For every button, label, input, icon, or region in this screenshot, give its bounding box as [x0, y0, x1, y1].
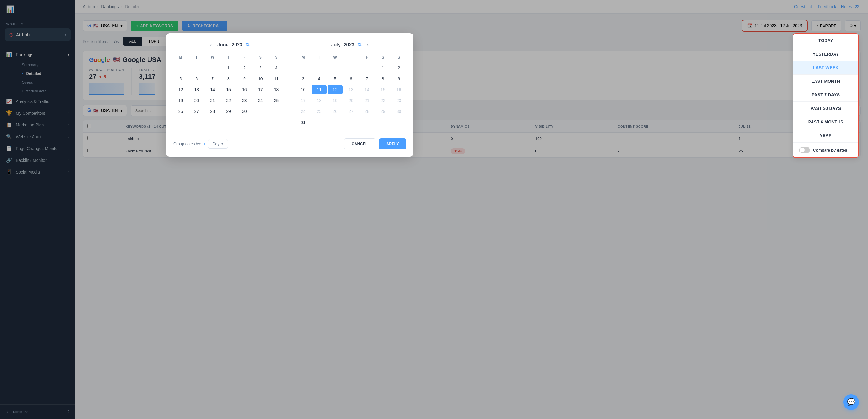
- preset-yesterday[interactable]: YESTERDAY: [793, 48, 858, 61]
- june-day-cell[interactable]: 29: [221, 107, 236, 116]
- june-day-cell: [205, 63, 220, 73]
- june-day-cell[interactable]: 16: [237, 85, 252, 94]
- june-day-cell[interactable]: 19: [173, 96, 188, 106]
- calendar-overlay[interactable]: [0, 0, 868, 419]
- july-day-cell[interactable]: 18: [312, 96, 327, 106]
- july-day-cell: [328, 117, 343, 127]
- july-day-cell[interactable]: 5: [328, 74, 343, 84]
- preset-past-6m[interactable]: PAST 6 MONTHS: [793, 115, 858, 129]
- june-day-cell[interactable]: 10: [253, 74, 268, 84]
- june-day-cell[interactable]: 12: [173, 85, 188, 94]
- july-day-cell[interactable]: 11: [312, 85, 327, 94]
- june-day-cell: [253, 107, 268, 116]
- july-day-cell[interactable]: 26: [328, 107, 343, 116]
- june-day-cell[interactable]: 27: [189, 107, 204, 116]
- june-day-cell[interactable]: 20: [189, 96, 204, 106]
- july-day-cell[interactable]: 4: [312, 74, 327, 84]
- july-day-cell[interactable]: 27: [344, 107, 359, 116]
- july-calendar: July 2023 ⇅ › M T W T F S S 123456789101…: [296, 40, 406, 127]
- july-day-cell[interactable]: 12: [328, 85, 343, 94]
- june-day-cell[interactable]: 25: [269, 96, 284, 106]
- june-day-cell[interactable]: 14: [205, 85, 220, 94]
- compare-label: Compare by dates: [813, 148, 847, 152]
- june-day-cell[interactable]: 2: [237, 63, 252, 73]
- june-day-cell[interactable]: 17: [253, 85, 268, 94]
- day-f: F: [360, 54, 374, 61]
- preset-past-30[interactable]: PAST 30 DAYS: [793, 102, 858, 115]
- july-day-cell[interactable]: 21: [360, 96, 374, 106]
- july-day-cell[interactable]: 20: [344, 96, 359, 106]
- june-day-cell[interactable]: 5: [173, 74, 188, 84]
- july-year-label: 2023: [344, 42, 354, 48]
- day-t1: T: [189, 54, 204, 61]
- july-day-cell: [344, 63, 359, 73]
- june-day-cell[interactable]: 9: [237, 74, 252, 84]
- day-f: F: [237, 54, 252, 61]
- cancel-button[interactable]: CANCEL: [344, 138, 375, 149]
- june-day-cell[interactable]: 3: [253, 63, 268, 73]
- june-day-cell[interactable]: 28: [205, 107, 220, 116]
- next-month-button[interactable]: ›: [364, 40, 371, 49]
- day-m: M: [173, 54, 188, 61]
- june-day-cell[interactable]: 24: [253, 96, 268, 106]
- calendar-footer: Group dates by: i Day ▾ CANCEL APPLY: [173, 133, 406, 149]
- day-m: M: [296, 54, 311, 61]
- june-day-cell[interactable]: 7: [205, 74, 220, 84]
- july-day-cell: [296, 63, 311, 73]
- preset-year[interactable]: YEAR: [793, 129, 858, 143]
- july-day-cell[interactable]: 13: [344, 85, 359, 94]
- calendar-grid: ‹ June 2023 ⇅ M T W T F S S 123456789101…: [173, 40, 406, 127]
- july-year-toggle-icon[interactable]: ⇅: [357, 42, 361, 48]
- july-day-cell[interactable]: 30: [392, 107, 406, 116]
- day-w: W: [205, 54, 220, 61]
- july-day-cell[interactable]: 9: [392, 74, 406, 84]
- june-day-cell[interactable]: 23: [237, 96, 252, 106]
- june-day-cell[interactable]: 22: [221, 96, 236, 106]
- june-day-cell[interactable]: 15: [221, 85, 236, 94]
- preset-last-month[interactable]: LAST MONTH: [793, 74, 858, 88]
- july-day-cell[interactable]: 2: [392, 63, 406, 73]
- june-day-cell[interactable]: 18: [269, 85, 284, 94]
- july-day-cell[interactable]: 29: [375, 107, 390, 116]
- june-day-cell[interactable]: 1: [221, 63, 236, 73]
- group-info-icon[interactable]: i: [204, 142, 205, 146]
- june-day-cell[interactable]: 30: [237, 107, 252, 116]
- preset-today[interactable]: TODAY: [793, 34, 858, 48]
- group-select-dropdown[interactable]: Day ▾: [208, 139, 228, 149]
- preset-last-week[interactable]: LAST WEEK: [793, 61, 858, 74]
- july-day-cell[interactable]: 14: [360, 85, 374, 94]
- preset-past-7[interactable]: PAST 7 DAYS: [793, 88, 858, 102]
- july-day-cell[interactable]: 8: [375, 74, 390, 84]
- july-day-labels: M T W T F S S: [296, 54, 406, 61]
- compare-toggle[interactable]: [799, 147, 810, 153]
- july-day-cell[interactable]: 3: [296, 74, 311, 84]
- day-s1: S: [375, 54, 390, 61]
- june-day-cell[interactable]: 11: [269, 74, 284, 84]
- july-day-cell[interactable]: 19: [328, 96, 343, 106]
- july-day-cell[interactable]: 24: [296, 107, 311, 116]
- chat-button[interactable]: 💬: [843, 394, 859, 410]
- july-day-cell[interactable]: 10: [296, 85, 311, 94]
- june-year-toggle-icon[interactable]: ⇅: [245, 42, 249, 48]
- june-day-cell: [189, 63, 204, 73]
- june-day-cell[interactable]: 8: [221, 74, 236, 84]
- july-day-cell[interactable]: 31: [296, 117, 311, 127]
- june-day-cell[interactable]: 4: [269, 63, 284, 73]
- june-day-cell[interactable]: 26: [173, 107, 188, 116]
- july-day-cell[interactable]: 15: [375, 85, 390, 94]
- apply-button[interactable]: APPLY: [379, 138, 406, 149]
- july-day-cell[interactable]: 23: [392, 96, 406, 106]
- july-day-cell[interactable]: 17: [296, 96, 311, 106]
- presets-panel: TODAY YESTERDAY LAST WEEK LAST MONTH PAS…: [793, 33, 859, 158]
- june-day-cell[interactable]: 13: [189, 85, 204, 94]
- july-day-cell[interactable]: 16: [392, 85, 406, 94]
- june-day-cell[interactable]: 21: [205, 96, 220, 106]
- june-day-cell[interactable]: 6: [189, 74, 204, 84]
- july-day-cell[interactable]: 28: [360, 107, 374, 116]
- july-day-cell[interactable]: 25: [312, 107, 327, 116]
- july-day-cell[interactable]: 1: [375, 63, 390, 73]
- prev-month-button[interactable]: ‹: [208, 40, 214, 49]
- july-day-cell[interactable]: 22: [375, 96, 390, 106]
- july-day-cell[interactable]: 7: [360, 74, 374, 84]
- july-day-cell[interactable]: 6: [344, 74, 359, 84]
